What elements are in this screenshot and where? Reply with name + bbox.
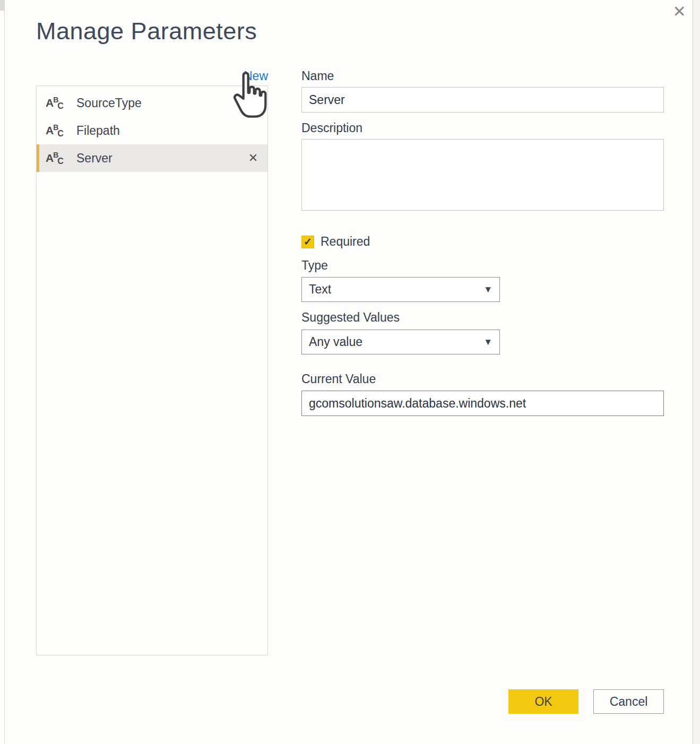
ok-button[interactable]: OK: [508, 689, 578, 714]
check-icon: ✓: [304, 236, 312, 248]
cancel-button[interactable]: Cancel: [593, 689, 664, 714]
required-label: Required: [321, 235, 370, 249]
parameter-row-filepath[interactable]: ABC Filepath: [37, 117, 267, 144]
current-value-input[interactable]: gcomsolutionsaw.database.windows.net: [301, 391, 664, 416]
delete-parameter-icon[interactable]: ✕: [245, 144, 261, 172]
text-type-icon: ABC: [46, 97, 76, 109]
dialog-title: Manage Parameters: [36, 18, 257, 45]
suggested-values-dropdown-value: Any value: [309, 335, 362, 349]
new-parameter-link[interactable]: New: [223, 69, 268, 83]
chevron-down-icon: ▼: [483, 284, 492, 295]
description-label: Description: [301, 121, 362, 135]
suggested-values-label: Suggested Values: [301, 310, 400, 325]
required-checkbox[interactable]: ✓: [301, 236, 314, 248]
required-checkbox-row[interactable]: ✓ Required: [301, 235, 370, 249]
parameter-name: Filepath: [76, 124, 120, 138]
parameter-row-server[interactable]: ABC Server ✕: [37, 144, 267, 172]
window-corner-fragment: [0, 0, 4, 11]
dialog-left-border: [4, 0, 5, 744]
type-dropdown-value: Text: [309, 282, 331, 297]
suggested-values-dropdown[interactable]: Any value ▼: [301, 330, 500, 354]
name-label: Name: [301, 69, 334, 83]
dialog-right-border: [693, 0, 693, 744]
type-dropdown[interactable]: Text ▼: [301, 277, 500, 302]
close-icon[interactable]: ✕: [668, 0, 691, 23]
text-type-icon: ABC: [46, 152, 76, 165]
type-label: Type: [301, 258, 328, 273]
description-input[interactable]: [301, 139, 664, 211]
dialog-right-margin: [693, 0, 700, 744]
parameter-name: SourceType: [76, 96, 142, 110]
parameter-name: Server: [76, 151, 113, 166]
current-value-label: Current Value: [301, 372, 376, 386]
text-type-icon: ABC: [46, 124, 76, 137]
parameter-list: ABC SourceType ABC Filepath ABC Server ✕: [36, 85, 268, 655]
parameter-row-sourcetype[interactable]: ABC SourceType: [37, 89, 267, 117]
name-input[interactable]: Server: [301, 87, 664, 113]
chevron-down-icon: ▼: [483, 337, 492, 348]
